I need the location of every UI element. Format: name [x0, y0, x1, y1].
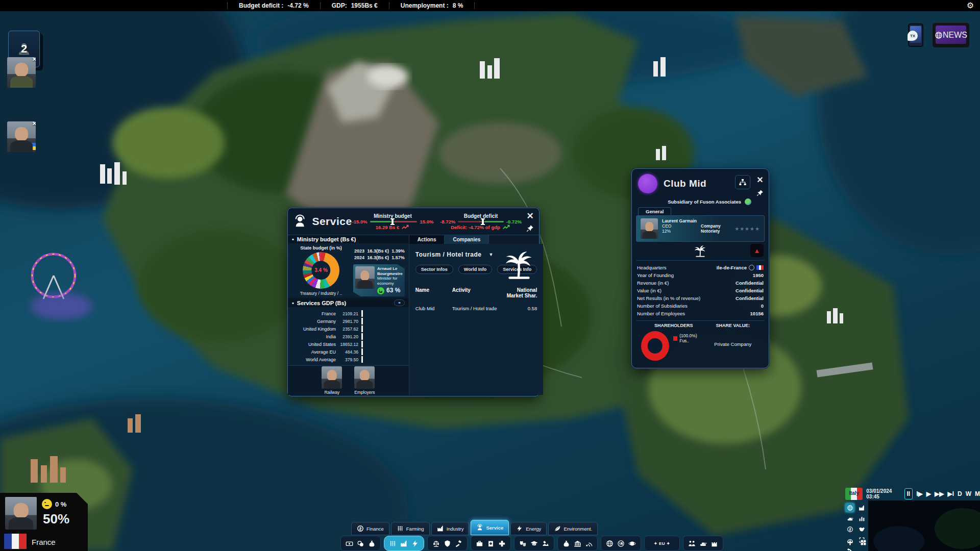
- arc-icon[interactable]: [845, 535, 854, 544]
- justice-group[interactable]: [427, 536, 468, 551]
- coins-icon: [357, 540, 364, 547]
- frame-icon[interactable]: [857, 535, 866, 544]
- step-button[interactable]: I▶: [916, 489, 923, 499]
- time-control-bar: Italy 03/01/2024 03:45 II I▶ ▶ ▶▶ ▶I D W…: [845, 488, 980, 500]
- tab-energy[interactable]: Energy: [510, 522, 547, 535]
- world-info-button[interactable]: World Info: [458, 265, 492, 274]
- player-portrait[interactable]: [5, 497, 37, 530]
- institutions-group[interactable]: [557, 536, 598, 551]
- minister-approval: 63 %: [386, 288, 400, 293]
- advisor-portrait-1[interactable]: ✕: [7, 57, 36, 88]
- globe-icon: [606, 540, 614, 547]
- economy-sectors-group[interactable]: [384, 536, 424, 551]
- france-flag-icon: [756, 265, 764, 270]
- tab-farming[interactable]: Farming: [391, 522, 430, 535]
- dollar-icon[interactable]: [845, 524, 854, 534]
- bar-row: United Kingdom2357.62: [289, 325, 406, 333]
- slider-min: -15.0%: [352, 219, 368, 224]
- culture-education-group[interactable]: [514, 536, 554, 551]
- close-icon[interactable]: ✕: [32, 121, 36, 127]
- factory-icon: [437, 525, 444, 532]
- bank-icon: [574, 540, 581, 547]
- coin-icon: [357, 525, 364, 532]
- shareholders-donut[interactable]: [641, 331, 669, 361]
- stat-label: Budget deficit :: [239, 2, 283, 9]
- fast-button[interactable]: ▶▶: [935, 489, 944, 499]
- minister-card[interactable]: Arnaud Le Bourgmestre Minister for econo…: [353, 264, 405, 296]
- phone-icon[interactable]: [845, 546, 854, 551]
- play-button[interactable]: ▶: [926, 489, 931, 499]
- bar-row: India2391.20: [289, 333, 406, 340]
- queue-count-badge: 2: [21, 42, 27, 56]
- pin-icon[interactable]: [756, 189, 764, 196]
- employers-link[interactable]: Employers: [354, 366, 375, 395]
- state-budget-donut[interactable]: 3.4 %: [303, 252, 339, 289]
- news-globe-icon: [935, 31, 943, 39]
- hospital-icon: [487, 540, 495, 547]
- handshake-icon[interactable]: [857, 524, 866, 534]
- france-flag[interactable]: [4, 534, 27, 549]
- ceo-card[interactable]: Laurent Garmain CEO 12% Company Notoriet…: [636, 215, 765, 242]
- panel-title: Service: [312, 215, 352, 228]
- slider-track[interactable]: [370, 221, 418, 222]
- tab-actions[interactable]: Actions: [409, 235, 445, 244]
- minimap[interactable]: [868, 500, 980, 551]
- finance-group[interactable]: [340, 536, 381, 551]
- selected-country-flag[interactable]: Italy: [845, 488, 863, 500]
- tank-icon[interactable]: [845, 514, 854, 523]
- industry-icon[interactable]: [857, 503, 866, 512]
- minister-name: Arnaud Le Bourgmestre: [377, 266, 403, 276]
- tab-service[interactable]: Service: [471, 520, 509, 535]
- advisor-portrait-2[interactable]: ✕: [7, 121, 36, 152]
- ceo-share: 12%: [662, 229, 697, 234]
- tab-finance[interactable]: Finance: [351, 522, 389, 535]
- news-tv-widget[interactable]: NEWS: [932, 22, 970, 48]
- gradcap-icon: [530, 540, 538, 547]
- international-group[interactable]: [601, 536, 641, 551]
- close-icon[interactable]: ✕: [526, 211, 533, 221]
- tab-industry[interactable]: Industry: [431, 522, 470, 535]
- happy-smiley-icon: [377, 287, 384, 294]
- week-speed-button[interactable]: W: [966, 489, 971, 499]
- tab-environment[interactable]: Environment.: [548, 522, 598, 535]
- slider-track[interactable]: [458, 221, 504, 222]
- bar-row: France2109.21: [289, 310, 406, 317]
- pin-icon[interactable]: [526, 224, 534, 232]
- tab-label: Environment.: [564, 526, 592, 532]
- close-icon[interactable]: ✕: [756, 175, 763, 185]
- military-group[interactable]: [683, 536, 723, 551]
- tab-companies[interactable]: Companies: [445, 235, 489, 244]
- shareholders-header: SHAREHOLDERS: [641, 323, 706, 328]
- slider-handle[interactable]: [391, 218, 394, 225]
- phone-widget[interactable]: TX: [908, 23, 923, 47]
- close-icon[interactable]: ✕: [32, 57, 36, 63]
- slider-value: 16.29 Bs €: [376, 224, 399, 230]
- service-ministry-panel: Service Ministry budget -15.0% 15.0% 16.…: [287, 208, 540, 396]
- company-row-club-mid[interactable]: Club Mid Tourism / Hotel trade 0.58: [415, 306, 537, 311]
- sector-tab-bar: Finance Farming Industry Service Energy …: [351, 520, 598, 535]
- budget-deficit-slider: Budget deficit -8.72% -0.72% Deficit: -4…: [440, 213, 522, 230]
- sector-dropdown[interactable]: Tourism / Hotel trade ▼: [415, 251, 494, 258]
- sector-infos-button[interactable]: Sector Infos: [415, 265, 453, 274]
- railway-link[interactable]: Railway: [322, 366, 342, 395]
- railway-photo: [322, 366, 342, 389]
- expand-chart-button[interactable]: »: [394, 299, 404, 306]
- thumb-label: Railway: [322, 390, 342, 395]
- soldiers-icon: [688, 540, 696, 547]
- world-icon[interactable]: [845, 503, 854, 512]
- country-label: Italy: [845, 490, 863, 496]
- org-chart-button[interactable]: [735, 175, 750, 189]
- gavel-icon: [455, 540, 462, 547]
- slider-handle[interactable]: [482, 218, 484, 225]
- parent-globe-icon[interactable]: [745, 198, 751, 205]
- stats-icon[interactable]: [857, 514, 866, 523]
- slider-value: Deficit: -4.72% of gdp: [451, 224, 500, 230]
- settings-gear-icon[interactable]: ⚙: [967, 1, 974, 10]
- skip-button[interactable]: ▶I: [947, 489, 954, 499]
- tab-general[interactable]: General: [638, 207, 671, 215]
- health-social-group[interactable]: [471, 536, 511, 551]
- pause-button[interactable]: II: [904, 488, 913, 499]
- month-speed-button[interactable]: M: [975, 489, 980, 499]
- day-speed-button[interactable]: D: [958, 489, 962, 499]
- europe-group[interactable]: ✦ EU ✦: [644, 536, 680, 551]
